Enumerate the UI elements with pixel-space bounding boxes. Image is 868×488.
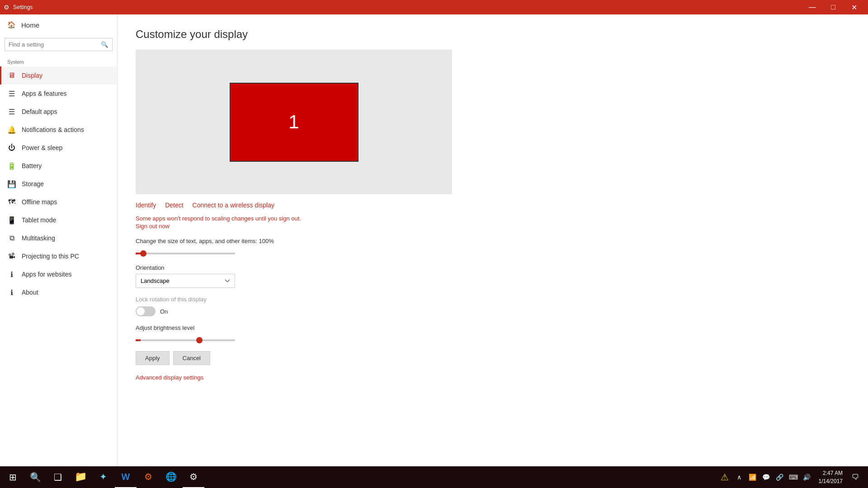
taskbar-app-settings[interactable]: ⚙: [183, 466, 204, 488]
sidebar-apps-websites-label: Apps for websites: [22, 271, 72, 278]
sidebar-multitasking-label: Multitasking: [22, 235, 55, 242]
power-icon: ⏻: [7, 143, 16, 152]
start-button[interactable]: ⊞: [2, 466, 24, 488]
tray-keyboard[interactable]: ⌨: [787, 471, 800, 483]
clock-time: 2:47 AM: [819, 469, 843, 477]
word-icon: W: [122, 472, 130, 482]
taskbar-search-icon: 🔍: [30, 472, 41, 483]
taskbar-search-button[interactable]: 🔍: [24, 466, 46, 488]
speech-icon: 💬: [762, 474, 770, 481]
steam-icon: ✦: [99, 471, 107, 482]
orientation-select[interactable]: Landscape Portrait Landscape (flipped) P…: [136, 274, 235, 288]
taskbar-app-chrome[interactable]: 🌐: [160, 466, 182, 488]
search-icon-button[interactable]: 🔍: [97, 38, 112, 51]
sidebar-item-battery[interactable]: 🔋 Battery: [0, 157, 117, 175]
offline-maps-icon: 🗺: [7, 197, 16, 206]
wifi-icon: 📶: [749, 474, 756, 481]
sidebar-item-tablet-mode[interactable]: 📱 Tablet mode: [0, 211, 117, 229]
warning-icon: ⚠: [721, 472, 729, 483]
apps-features-icon: ☰: [7, 89, 16, 98]
taskbar: ⊞ 🔍 ❑ 📁 ✦ W ⚙ 🌐 ⚙ ⚠: [0, 466, 868, 488]
sign-out-link[interactable]: Sign out now: [136, 223, 850, 230]
sidebar-tablet-label: Tablet mode: [22, 216, 56, 224]
sidebar-item-default-apps[interactable]: ☰ Default apps: [0, 103, 117, 121]
sidebar-item-multitasking[interactable]: ⧉ Multitasking: [0, 229, 117, 247]
sidebar-item-storage[interactable]: 💾 Storage: [0, 175, 117, 193]
taskbar-app-word[interactable]: W: [115, 466, 137, 488]
lock-rotation-section: Lock rotation of this display On: [136, 296, 850, 316]
notification-center-button[interactable]: 🗨: [848, 470, 863, 484]
sidebar-notifications-label: Notifications & actions: [22, 126, 84, 133]
advanced-display-settings-link[interactable]: Advanced display settings: [136, 374, 203, 381]
detect-link[interactable]: Detect: [165, 202, 183, 209]
tray-wifi[interactable]: 📶: [746, 471, 759, 483]
search-box[interactable]: 🔍: [5, 38, 113, 51]
tray-device[interactable]: 🔗: [774, 471, 786, 483]
page-title: Customize your display: [136, 28, 850, 41]
about-icon: ℹ: [7, 288, 16, 297]
settings-app-icon: ⚙: [189, 471, 198, 482]
task-view-icon: ❑: [54, 472, 62, 483]
multitasking-icon: ⧉: [7, 234, 16, 243]
tray-show-hidden[interactable]: ∧: [733, 471, 745, 483]
monitor-box: 1: [230, 83, 359, 162]
sidebar-item-notifications[interactable]: 🔔 Notifications & actions: [0, 121, 117, 139]
title-bar-controls: — □ ✕: [802, 0, 864, 14]
title-bar-title: Settings: [13, 4, 33, 10]
toggle-on-text: On: [160, 308, 168, 315]
taskbar-app-steam[interactable]: ✦: [92, 466, 114, 488]
sidebar-battery-label: Battery: [22, 162, 42, 169]
default-apps-icon: ☰: [7, 107, 16, 116]
taskbar-app-unknown[interactable]: ⚙: [137, 466, 159, 488]
display-preview-area: 1: [136, 50, 452, 194]
sidebar-item-apps-websites[interactable]: ℹ Apps for websites: [0, 265, 117, 283]
main-content: Customize your display 1 Identify Detect…: [118, 14, 868, 466]
search-input[interactable]: [5, 38, 97, 51]
toggle-knob: [137, 307, 145, 315]
scaling-slider-container: [136, 248, 235, 256]
notification-center-icon: 🗨: [852, 473, 859, 481]
lock-rotation-toggle[interactable]: [136, 306, 156, 316]
apps-websites-icon: ℹ: [7, 270, 16, 279]
sidebar: 🏠 Home 🔍 System 🖥 Display ☰ Apps & featu…: [0, 14, 118, 466]
taskbar-left: ⊞ 🔍 ❑ 📁 ✦ W ⚙ 🌐 ⚙: [2, 466, 204, 488]
title-bar: ⚙ Settings — □ ✕: [0, 0, 868, 14]
chrome-icon: 🌐: [165, 471, 177, 482]
sidebar-item-apps-features[interactable]: ☰ Apps & features: [0, 84, 117, 103]
unknown-app-icon: ⚙: [144, 471, 152, 482]
sidebar-item-offline-maps[interactable]: 🗺 Offline maps: [0, 193, 117, 211]
battery-icon: 🔋: [7, 161, 16, 170]
sidebar-section-label: System: [0, 56, 117, 66]
scaling-warning-text: Some apps won't respond to scaling chang…: [136, 215, 850, 222]
clock-area[interactable]: 2:47 AM 1/14/2017: [815, 467, 846, 487]
sidebar-home-item[interactable]: 🏠 Home: [0, 14, 117, 35]
minimize-button[interactable]: —: [802, 0, 823, 14]
identify-link[interactable]: Identify: [136, 202, 156, 209]
task-view-button[interactable]: ❑: [47, 466, 69, 488]
sidebar-item-about[interactable]: ℹ About: [0, 283, 117, 301]
brightness-slider[interactable]: [136, 339, 235, 341]
close-button[interactable]: ✕: [844, 0, 864, 14]
sidebar-home-label: Home: [21, 21, 39, 29]
connect-wireless-link[interactable]: Connect to a wireless display: [193, 202, 274, 209]
tray-volume[interactable]: 🔊: [801, 471, 813, 483]
taskbar-app-explorer[interactable]: 📁: [70, 466, 91, 488]
sidebar-item-projecting[interactable]: 📽 Projecting to this PC: [0, 247, 117, 265]
explorer-icon: 📁: [75, 471, 87, 483]
tablet-mode-icon: 📱: [7, 216, 16, 225]
links-row: Identify Detect Connect to a wireless di…: [136, 202, 850, 209]
warning-badge[interactable]: ⚠: [718, 471, 731, 483]
scaling-slider[interactable]: [136, 253, 235, 254]
sidebar-offline-maps-label: Offline maps: [22, 198, 57, 206]
maximize-button[interactable]: □: [823, 0, 844, 14]
sidebar-item-power-sleep[interactable]: ⏻ Power & sleep: [0, 139, 117, 157]
orientation-label: Orientation: [136, 264, 850, 271]
cancel-button[interactable]: Cancel: [173, 351, 210, 365]
device-icon: 🔗: [776, 474, 783, 481]
apply-button[interactable]: Apply: [136, 351, 170, 365]
taskbar-right: ⚠ ∧ 📶 💬 🔗 ⌨ 🔊 2:47 AM: [718, 467, 866, 487]
settings-gear-icon: ⚙: [4, 4, 9, 11]
toggle-row: On: [136, 306, 850, 316]
sidebar-item-display[interactable]: 🖥 Display: [0, 66, 117, 84]
tray-speech[interactable]: 💬: [760, 471, 773, 483]
